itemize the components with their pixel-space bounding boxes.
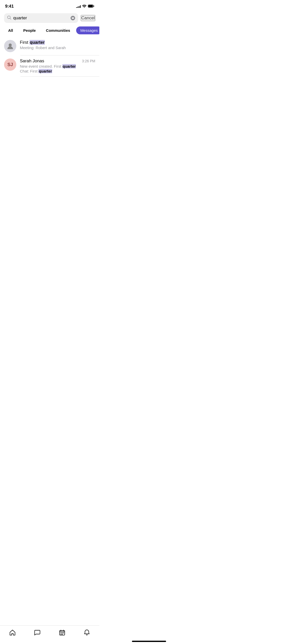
avatar-default	[4, 40, 16, 52]
search-icon	[7, 16, 11, 21]
tab-messages[interactable]: Messages	[76, 26, 99, 34]
tab-all[interactable]: All	[4, 26, 17, 34]
result-subtitle-first-quarter: Meeting: Robert and Sarah	[20, 46, 95, 50]
clear-search-button[interactable]	[71, 16, 75, 20]
cancel-button[interactable]: Cancel	[81, 15, 95, 21]
result-subtitle-sarah: New event created. First quarter	[20, 64, 95, 68]
tab-people[interactable]: People	[19, 26, 40, 34]
svg-line-4	[10, 18, 11, 19]
tab-communities[interactable]: Communities	[42, 26, 74, 34]
status-icons	[76, 4, 94, 9]
avatar-sarah-jonas: SJ	[4, 58, 16, 71]
svg-rect-2	[88, 5, 93, 7]
search-query-text: quarter	[13, 16, 69, 21]
result-item-sarah-jonas[interactable]: SJ Sarah Jonas 3:26 PM New event created…	[0, 55, 99, 76]
status-bar: 9:41	[0, 0, 99, 11]
search-bar-container: quarter Cancel	[0, 11, 99, 25]
wifi-icon	[82, 4, 86, 9]
results-list: First quarter Meeting: Robert and Sarah …	[0, 36, 99, 77]
search-bar[interactable]: quarter	[4, 13, 78, 23]
divider-2	[20, 76, 99, 77]
battery-icon	[88, 4, 94, 9]
result-header-sarah: Sarah Jonas 3:26 PM	[20, 58, 95, 64]
result-line2-sarah: Chat: First quarter	[20, 69, 95, 73]
result-content-sarah-jonas: Sarah Jonas 3:26 PM New event created. F…	[20, 58, 95, 73]
result-item-first-quarter[interactable]: First quarter Meeting: Robert and Sarah	[0, 37, 99, 55]
avatar-initials: SJ	[7, 62, 13, 67]
result-time-sarah: 3:26 PM	[82, 59, 95, 63]
result-content-first-quarter: First quarter Meeting: Robert and Sarah	[20, 40, 95, 50]
svg-rect-1	[93, 6, 94, 7]
signal-icon	[76, 5, 81, 8]
result-name-sarah: Sarah Jonas	[20, 58, 44, 64]
result-header: First quarter	[20, 40, 95, 45]
status-time: 9:41	[5, 4, 14, 9]
result-name-first-quarter: First quarter	[20, 40, 45, 45]
filter-tabs: All People Communities Messages	[0, 25, 99, 36]
svg-point-5	[9, 43, 12, 47]
